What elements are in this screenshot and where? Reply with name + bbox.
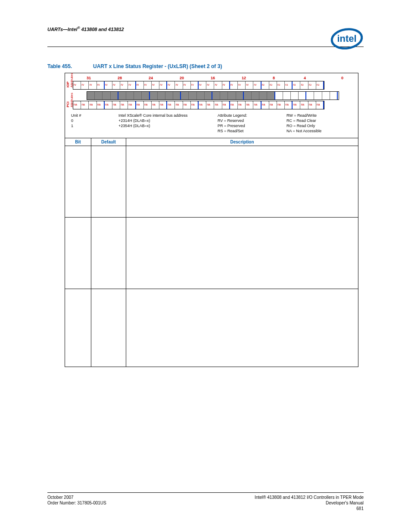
shade-cell xyxy=(283,92,291,100)
shade-cell xyxy=(244,92,252,100)
pci-attr-cell: na xyxy=(269,101,277,109)
iop-attr-cell: rv xyxy=(159,81,167,89)
pci-attr-cell: na xyxy=(277,101,285,109)
iop-attr-cell: rv xyxy=(128,81,136,89)
iop-attr-cell: rv xyxy=(152,81,159,89)
shade-cell xyxy=(252,92,259,100)
shade-cell xyxy=(173,92,181,100)
iop-attr-cell: ro xyxy=(269,81,277,89)
shade-cell xyxy=(322,92,330,100)
iop-attr-cell: ro xyxy=(316,81,324,89)
pci-attr-cell: na xyxy=(167,101,175,109)
iop-attr-cell: ro xyxy=(285,81,293,89)
shade-cell xyxy=(306,92,314,100)
table-row xyxy=(65,218,358,289)
pci-attr-cell: na xyxy=(293,101,300,109)
pci-attr-cell: na xyxy=(159,101,167,109)
table-caption: UART x Line Status Register - (UxLSR) (S… xyxy=(93,63,222,69)
pci-attributes-block: PCIAttributes nanananananananananananana… xyxy=(68,101,354,109)
iop-attr-cell: rv xyxy=(230,81,238,89)
legend-row: Unit # 0 1 Intel XScale® Core internal b… xyxy=(68,113,354,136)
shade-cell xyxy=(314,92,322,100)
pci-attr-cell: na xyxy=(120,101,128,109)
shade-cell xyxy=(205,92,212,100)
pci-attr-cell: na xyxy=(73,101,81,109)
shade-cell xyxy=(299,92,306,100)
iop-axis-label: IOPAttributes xyxy=(66,83,74,87)
shade-cell xyxy=(228,92,236,100)
table-row xyxy=(65,146,358,218)
shade-cell xyxy=(275,92,283,100)
header-section-text: UARTs—Intel® 413808 and 413812 xyxy=(47,22,124,32)
pci-attr-cell: na xyxy=(316,101,324,109)
iop-attr-cell: rv xyxy=(73,81,81,89)
bit-number: 16 xyxy=(211,76,242,80)
pci-attr-cell: na xyxy=(230,101,238,109)
iop-attr-row: rvrvrvrvrvrvrvrvrvrvrvrvrvrvrvrvrvrvrvrv… xyxy=(73,81,324,90)
table-header-row: Bit Default Description xyxy=(65,138,358,146)
pci-attr-cell: na xyxy=(105,101,112,109)
iop-attr-cell: rv xyxy=(199,81,206,89)
pci-attr-cell: na xyxy=(112,101,120,109)
bit-number: 28 xyxy=(118,76,149,80)
shade-cell xyxy=(165,92,173,100)
register-diagram-box: 312824201612840 IOPAttributes rvrvrvrvrv… xyxy=(65,73,358,367)
bit-number: 12 xyxy=(242,76,273,80)
bit-numbers-row: 312824201612840 xyxy=(87,76,354,80)
bit-number: 24 xyxy=(149,76,180,80)
pci-attr-cell: na xyxy=(214,101,222,109)
iop-attr-cell: rv xyxy=(112,81,120,89)
shade-cell xyxy=(126,92,134,100)
col-bit: Bit xyxy=(65,138,91,146)
pci-attr-cell: na xyxy=(199,101,206,109)
shade-cell xyxy=(220,92,228,100)
iop-attr-cell: rv xyxy=(191,81,199,89)
pci-attr-cell: na xyxy=(253,101,261,109)
shade-cell xyxy=(95,92,103,100)
header-products: 413808 and 413812 xyxy=(81,27,124,32)
pci-attr-cell: na xyxy=(128,101,136,109)
iop-attr-cell: rv xyxy=(246,81,253,89)
iop-attr-cell: rv xyxy=(97,81,105,89)
table-title: Table 455. UART x Line Status Register -… xyxy=(47,63,364,69)
shade-cell xyxy=(87,92,95,100)
shade-cell xyxy=(158,92,165,100)
bit-number: 31 xyxy=(87,76,118,80)
iop-attr-cell: rv xyxy=(175,81,183,89)
shade-cell xyxy=(267,92,275,100)
bit-number: 8 xyxy=(273,76,304,80)
pci-attr-cell: na xyxy=(238,101,246,109)
table-number: Table 455. xyxy=(47,63,93,69)
pci-attr-cell: na xyxy=(222,101,230,109)
header-section: UARTs—Intel xyxy=(47,27,78,32)
shade-cell xyxy=(330,92,338,100)
pci-attr-cell: na xyxy=(97,101,105,109)
pci-attr-cell: na xyxy=(152,101,159,109)
shade-cell xyxy=(189,92,196,100)
shade-cell xyxy=(134,92,142,100)
shade-cell xyxy=(103,92,110,100)
pci-attr-cell: na xyxy=(183,101,191,109)
pci-attr-row: nananananananananananananananananananana… xyxy=(73,101,324,109)
shade-cell xyxy=(212,92,220,100)
pci-attr-cell: na xyxy=(262,101,269,109)
iop-attr-cell: rv xyxy=(89,81,97,89)
table-row xyxy=(65,289,358,367)
iop-attributes-block: IOPAttributes rvrvrvrvrvrvrvrvrvrvrvrvrv… xyxy=(68,81,354,90)
pci-attr-cell: na xyxy=(136,101,144,109)
iop-attr-cell: ro xyxy=(308,81,316,89)
pci-attr-cell: na xyxy=(246,101,253,109)
bit-number: 0 xyxy=(335,76,343,80)
iop-attr-cell: rv xyxy=(81,81,89,89)
iop-attr-cell: rv xyxy=(136,81,144,89)
bit-number: 4 xyxy=(304,76,335,80)
iop-attr-cell: rv xyxy=(253,81,261,89)
col-description: Description xyxy=(126,138,358,146)
pci-axis-label: PCIAttributes xyxy=(66,103,74,107)
iop-attr-cell: rv xyxy=(120,81,128,89)
page-header: UARTs—Intel® 413808 and 413812 intel xyxy=(47,22,364,47)
shade-cell xyxy=(236,92,244,100)
address-column: Intel XScale® Core internal bus address … xyxy=(118,113,205,134)
pci-attr-cell: na xyxy=(191,101,199,109)
unit-column: Unit # 0 1 xyxy=(71,113,106,134)
